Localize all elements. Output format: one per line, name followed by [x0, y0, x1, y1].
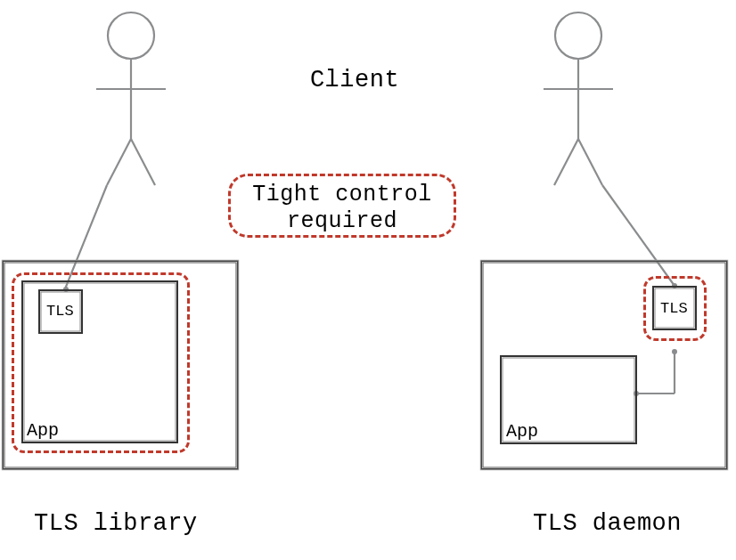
left-caption: TLS library	[34, 510, 198, 537]
callout-line1: Tight control	[252, 182, 432, 207]
right-app-label: App	[506, 421, 538, 442]
connector-right-bottom	[634, 349, 677, 396]
diagram-stage: Client Tight control required TLS App TL…	[0, 0, 736, 560]
connector-right-top	[602, 185, 677, 288]
stick-figure-right	[544, 12, 613, 185]
client-title: Client	[301, 67, 408, 93]
svg-line-4	[131, 139, 155, 185]
callout-line2: required	[287, 208, 397, 234]
svg-point-6	[555, 12, 601, 59]
right-tls-label: TLS	[660, 300, 688, 317]
svg-line-9	[554, 139, 578, 185]
svg-line-10	[578, 139, 602, 185]
svg-point-0	[108, 12, 154, 59]
right-caption: TLS daemon	[533, 510, 682, 537]
stick-figure-left	[96, 12, 166, 185]
tight-control-callout: Tight control required	[228, 174, 456, 238]
left-tls-label: TLS	[46, 303, 74, 320]
left-app-label: App	[27, 420, 59, 441]
svg-line-3	[107, 139, 131, 185]
